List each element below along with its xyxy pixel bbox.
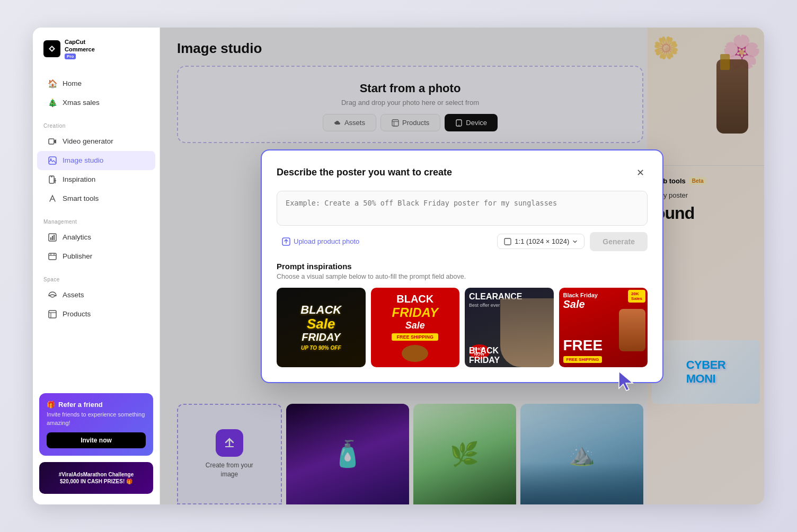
logo-area: CapCut Commerce Pro: [33, 38, 160, 70]
size-label: 1:1 (1024 × 1024): [515, 237, 569, 245]
sidebar-item-publisher-label: Publisher: [63, 252, 92, 260]
insp-card-2-text: BLACK FRIDAY Sale FREE SHIPPING: [392, 293, 438, 341]
describe-poster-modal: Describe the poster you want to create ✕…: [261, 149, 663, 383]
sales-badge: 20KSales: [628, 290, 645, 303]
sidebar-item-assets[interactable]: Assets: [37, 286, 155, 305]
invite-button[interactable]: Invite now: [47, 432, 146, 448]
sidebar-item-smart-tools-label: Smart tools: [63, 194, 99, 202]
pro-badge: Pro: [65, 54, 76, 59]
inspiration-icon: [48, 175, 57, 184]
smart-tools-icon: [48, 194, 57, 203]
analytics-icon: [48, 233, 57, 242]
prompt-inspirations: Prompt inspirations Choose a visual samp…: [277, 262, 648, 367]
perfume-bottle-insp: [619, 309, 645, 351]
management-section: Management Analytics Publisher: [33, 212, 160, 270]
publisher-icon: [48, 252, 57, 261]
upload-product-photo-button[interactable]: Upload product photo: [277, 234, 365, 249]
radio-deco: [402, 345, 428, 362]
promo-text: #ViralAdsMarathon Challenge $20,000 IN C…: [59, 471, 134, 485]
inspirations-title: Prompt inspirations: [277, 262, 648, 271]
creation-section-label: Creation: [33, 121, 160, 132]
refer-title: 🎁 Refer a friend: [47, 401, 146, 409]
generate-button[interactable]: Generate: [590, 232, 648, 251]
right-actions: 1:1 (1024 × 1024) Generate: [497, 232, 648, 251]
logo-text: CapCut Commerce Pro: [65, 38, 95, 59]
sidebar: CapCut Commerce Pro 🏠 Home 🎄 Xmas sales …: [33, 28, 160, 504]
gift-icon: 🎁: [47, 401, 55, 409]
inspiration-card-4[interactable]: Black Friday Sale 20KSales FREE FREE SHI…: [559, 288, 648, 367]
free-shipping-label: FREE SHIPPING: [563, 356, 603, 363]
modal-overlay: Describe the poster you want to create ✕…: [160, 28, 764, 504]
sidebar-item-image-studio[interactable]: Image studio: [37, 151, 155, 170]
modal-header: Describe the poster you want to create ✕: [277, 165, 648, 180]
assets-icon: [48, 290, 57, 300]
size-selector[interactable]: 1:1 (1024 × 1024): [497, 234, 585, 249]
svg-rect-26: [504, 238, 511, 245]
cursor-indicator: [615, 369, 636, 393]
inspirations-sub: Choose a visual sample below to auto-fil…: [277, 273, 648, 280]
inspiration-card-2[interactable]: BLACK FRIDAY Sale FREE SHIPPING: [371, 288, 460, 367]
sidebar-item-video-label: Video generator: [63, 137, 113, 145]
sidebar-item-smart-tools[interactable]: Smart tools: [37, 189, 155, 208]
svg-rect-10: [52, 236, 53, 240]
model-silhouette: [500, 298, 554, 367]
sidebar-item-image-studio-label: Image studio: [63, 156, 103, 164]
sidebar-item-home-label: Home: [63, 79, 82, 87]
insp-card-1-text: BLACK Sale FRIDAY UP TO 90% OFF: [300, 304, 341, 351]
modal-close-button[interactable]: ✕: [633, 165, 648, 180]
sidebar-item-xmas-label: Xmas sales: [63, 99, 100, 107]
inspiration-grid: BLACK Sale FRIDAY UP TO 90% OFF BLACK FR…: [277, 288, 648, 367]
prompt-input[interactable]: [286, 199, 639, 216]
space-section: Space Assets Products: [33, 270, 160, 328]
main-content: Image studio 🌸 🌼 Lab tools Beta Any post…: [160, 28, 764, 504]
video-icon: [48, 137, 57, 146]
sidebar-bottom: 🎁 Refer a friend Invite friends to exper…: [33, 393, 160, 494]
sidebar-item-video-generator[interactable]: Video generator: [37, 132, 155, 151]
sidebar-item-publisher[interactable]: Publisher: [37, 247, 155, 266]
sidebar-item-products-label: Products: [63, 310, 91, 318]
logo-name: CapCut Commerce: [65, 38, 95, 54]
sidebar-item-products[interactable]: Products: [37, 305, 155, 324]
sidebar-item-analytics-label: Analytics: [63, 233, 91, 241]
sidebar-item-inspiration-label: Inspiration: [63, 175, 95, 183]
sidebar-item-assets-label: Assets: [63, 291, 84, 299]
svg-rect-4: [51, 176, 52, 178]
refer-desc: Invite friends to experience something a…: [47, 411, 146, 427]
svg-rect-16: [49, 311, 56, 318]
svg-rect-11: [54, 235, 55, 240]
svg-rect-0: [49, 139, 54, 144]
promo-banner[interactable]: #ViralAdsMarathon Challenge $20,000 IN C…: [39, 462, 153, 494]
upload-label: Upload product photo: [294, 237, 359, 245]
home-icon: 🏠: [48, 79, 57, 88]
modal-title: Describe the poster you want to create: [277, 167, 452, 178]
refer-card: 🎁 Refer a friend Invite friends to exper…: [39, 393, 153, 456]
creation-section: Creation Video generator Image studio In…: [33, 117, 160, 212]
free-label: FREE: [563, 337, 603, 354]
prompt-input-area[interactable]: [277, 191, 648, 226]
xmas-icon: 🎄: [48, 98, 57, 108]
sidebar-item-inspiration[interactable]: Inspiration: [37, 170, 155, 189]
top-nav-section: 🏠 Home 🎄 Xmas sales: [33, 70, 160, 117]
sidebar-item-analytics[interactable]: Analytics: [37, 228, 155, 247]
prompt-actions-row: Upload product photo 1:1 (1024 × 1024) G…: [277, 232, 648, 251]
sidebar-item-xmas-sales[interactable]: 🎄 Xmas sales: [37, 93, 155, 112]
svg-rect-9: [50, 237, 51, 240]
svg-rect-12: [49, 253, 56, 260]
black-friday-bottom: BLACKFRIDAY: [469, 346, 500, 365]
image-studio-icon: [48, 156, 57, 165]
inspiration-card-1[interactable]: BLACK Sale FRIDAY UP TO 90% OFF: [277, 288, 366, 367]
space-section-label: Space: [33, 274, 160, 286]
sidebar-item-home[interactable]: 🏠 Home: [37, 74, 155, 93]
inspiration-card-3[interactable]: CLEARANCE Best offer ever SHOPNOW BLACKF…: [465, 288, 554, 367]
products-icon: [48, 309, 57, 319]
capcut-logo-icon: [43, 40, 60, 57]
management-section-label: Management: [33, 217, 160, 228]
